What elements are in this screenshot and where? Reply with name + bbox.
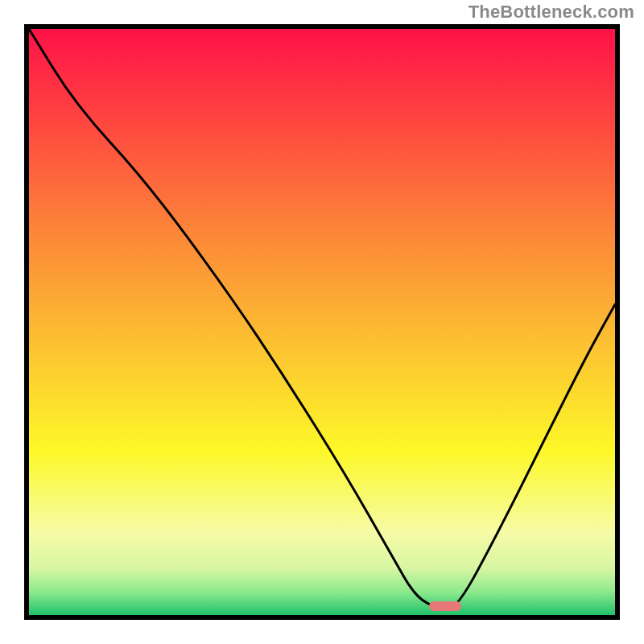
chart-frame [24, 24, 620, 620]
watermark-text: TheBottleneck.com [469, 2, 634, 23]
optimal-marker [429, 601, 461, 611]
curve-path [29, 29, 615, 609]
bottleneck-curve [29, 29, 615, 615]
